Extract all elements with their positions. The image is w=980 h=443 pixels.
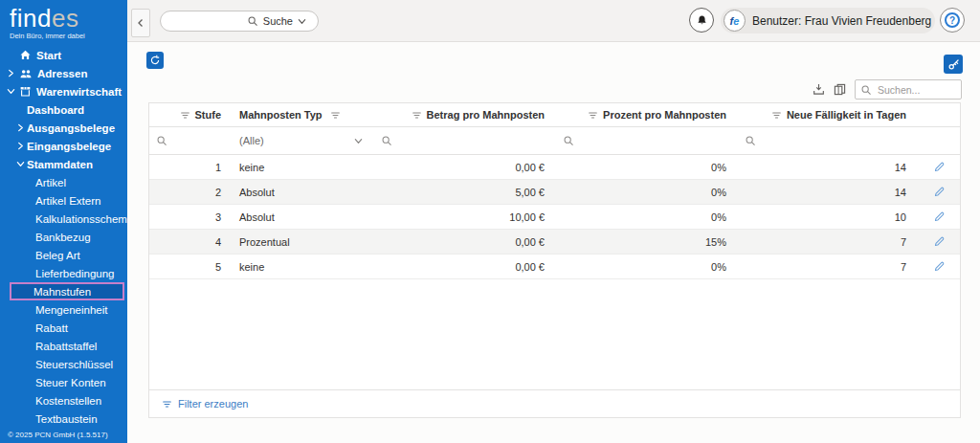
search-icon[interactable] [156,135,167,146]
chevron-down-icon[interactable] [14,160,27,168]
table-row[interactable]: 2Absolut5,00 €0%14 [149,180,960,205]
user-menu[interactable]: fe Benutzer: Frau Vivien Freudenberg [721,8,935,33]
table-row[interactable]: 5keine0,00 €0%7 [149,255,960,279]
search-icon[interactable] [563,135,574,146]
global-search-label: Suche [263,15,293,27]
table-row[interactable]: 3Absolut10,00 €0%10 [149,205,960,230]
people-icon [19,68,33,79]
sidebar-item-artikel[interactable]: Artikel [0,173,127,191]
cell-edit [918,230,960,254]
sidebar-item-label: Textbaustein [35,413,98,425]
sidebar-item-label: Bankbezug [35,232,91,243]
grid-search-input[interactable] [876,83,956,97]
refresh-button[interactable] [146,52,164,69]
notifications-button[interactable] [689,8,714,33]
cell-prozent-pro-mahnposten: 0% [556,255,738,278]
column-header-mahnposten-typ[interactable]: Mahnposten Typ [233,103,374,126]
grid-search-box [855,79,962,100]
help-button[interactable]: ? [940,8,965,33]
grid-empty-area [149,279,960,389]
sidebar-item-ausgangsbelege[interactable]: Ausgangsbelege [0,119,127,137]
home-icon [19,49,32,61]
logo-es: es [52,4,78,33]
sidebar-item-mahnstufen[interactable]: Mahnstufen [10,282,124,300]
cell-edit [918,155,960,179]
sidebar-item-artikel-extern[interactable]: Artikel Extern [0,191,127,210]
chevron-right-icon[interactable] [14,123,27,132]
chevron-right-icon[interactable] [5,69,17,78]
header-filter-icon[interactable] [180,110,190,121]
cell-stufe: 2 [149,180,233,204]
header-filter-icon[interactable] [330,110,341,121]
sidebar-item-dashboard[interactable]: Dashboard [0,100,127,119]
sidebar-item-beleg-art[interactable]: Beleg Art [0,246,127,264]
filter-builder-link[interactable]: Filter erzeugen [178,398,248,410]
sidebar-item-textbaustein[interactable]: Textbaustein [0,410,127,426]
permissions-button[interactable] [944,55,963,74]
sidebar-item-kalkulationsschema[interactable]: Kalkulationsschema [0,210,127,228]
chevron-right-icon[interactable] [14,142,27,150]
search-icon[interactable] [745,135,756,146]
sidebar: findes Dein Büro, immer dabei StartAdres… [0,0,127,443]
export-button[interactable] [813,83,825,96]
filter-cell-stufe[interactable] [149,127,233,154]
sidebar-item-label: Steuer Konten [35,377,106,388]
cell-mahnposten-typ: Absolut [233,205,374,229]
filter-cell-prozent-pro-mahnposten[interactable] [556,127,738,154]
user-avatar: fe [724,10,746,32]
column-chooser-button[interactable] [834,83,846,96]
header-filter-icon[interactable] [588,110,598,121]
sidebar-item-mengeneinheit[interactable]: Mengeneinheit [0,300,127,319]
edit-row-button[interactable] [933,161,946,173]
sidebar-item-adressen[interactable]: Adressen [0,64,127,82]
cell-betrag-pro-mahnposten: 5,00 € [374,180,556,204]
sidebar-item-rabatt[interactable]: Rabatt [0,319,127,337]
sidebar-item-label: Mengeneinheit [35,304,107,316]
global-search-button[interactable]: Suche [160,11,319,32]
sidebar-item-stammdaten[interactable]: Stammdaten [0,155,127,173]
sidebar-item-label: Dashboard [27,104,84,116]
header-filter-icon[interactable] [412,110,422,121]
filter-cell-mahnposten-typ[interactable]: (Alle) [233,127,374,154]
table-row[interactable]: 1keine0,00 €0%14 [149,155,960,180]
table-row[interactable]: 4Prozentual0,00 €15%7 [149,230,960,255]
grid-body: 1keine0,00 €0%142Absolut5,00 €0%143Absol… [149,155,960,279]
cell-prozent-pro-mahnposten: 15% [556,230,738,254]
sidebar-item-eingangsbelege[interactable]: Eingangsbelege [0,137,127,155]
cell-betrag-pro-mahnposten: 0,00 € [374,230,556,254]
sidebar-item-rabattstaffel[interactable]: Rabattstaffel [0,337,127,355]
edit-row-button[interactable] [933,235,946,248]
sidebar-item-label: Start [36,50,61,61]
edit-row-button[interactable] [933,260,946,273]
chevron-down-icon [298,17,306,26]
search-icon[interactable] [381,135,392,146]
chevron-left-icon [136,18,145,28]
sidebar-item-start[interactable]: Start [0,46,127,64]
cell-prozent-pro-mahnposten: 0% [556,180,738,204]
sidebar-item-warenwirtschaft[interactable]: Warenwirtschaft [0,82,127,100]
edit-row-button[interactable] [933,186,946,198]
sidebar-collapse-button[interactable] [131,9,150,37]
sidebar-item-lieferbedingung[interactable]: Lieferbedingung [0,264,127,282]
column-header-neue-fälligkeit-in-tagen[interactable]: Neue Fälligkeit in Tagen [738,103,918,126]
column-header-betrag-pro-mahnposten[interactable]: Betrag pro Mahnposten [374,103,556,126]
version-footer: © 2025 PCN GmbH (1.5.517) [0,426,127,443]
grid-toolbar [813,79,962,100]
filter-cell-betrag-pro-mahnposten[interactable] [374,127,556,154]
sidebar-item-kostenstellen[interactable]: Kostenstellen [0,391,127,410]
column-header-stufe[interactable]: Stufe [149,103,233,126]
chevron-down-icon[interactable] [354,137,363,145]
sidebar-item-steuerschlüssel[interactable]: Steuerschlüssel [0,355,127,373]
filter-cell-neue-fälligkeit-in-tagen[interactable] [738,127,918,154]
cell-neue-fälligkeit-in-tagen: 10 [738,205,918,229]
column-header-prozent-pro-mahnposten[interactable]: Prozent pro Mahnposten [556,103,738,126]
edit-row-button[interactable] [933,210,946,223]
sidebar-item-bankbezug[interactable]: Bankbezug [0,228,127,246]
search-icon [860,84,872,96]
header-filter-icon[interactable] [771,110,782,121]
column-header-edit [918,103,960,126]
chevron-down-icon[interactable] [5,87,17,96]
filter-select-value: (Alle) [239,135,264,146]
sidebar-item-label: Rabattstaffel [35,341,97,352]
sidebar-item-steuer-konten[interactable]: Steuer Konten [0,373,127,391]
